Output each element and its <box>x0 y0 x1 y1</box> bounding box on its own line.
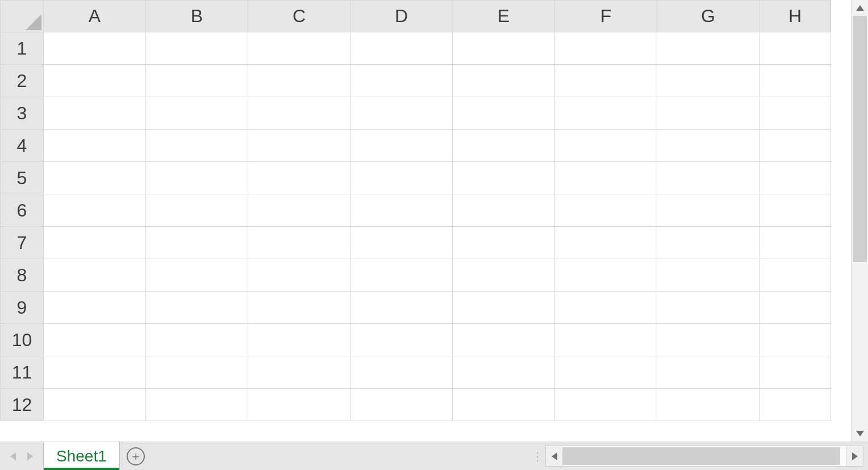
row-header-2[interactable]: 2 <box>1 65 44 97</box>
cell-E1[interactable] <box>453 32 555 65</box>
cell-G6[interactable] <box>657 194 760 227</box>
cell-D2[interactable] <box>350 65 453 97</box>
cell-H4[interactable] <box>760 130 831 162</box>
cell-G2[interactable] <box>657 65 760 97</box>
cell-C8[interactable] <box>248 259 350 292</box>
cell-C7[interactable] <box>248 227 350 259</box>
cell-F7[interactable] <box>555 227 657 259</box>
cell-E6[interactable] <box>453 194 555 227</box>
cell-A5[interactable] <box>44 162 146 194</box>
cell-C9[interactable] <box>248 292 350 324</box>
scroll-right-button[interactable] <box>846 446 863 466</box>
cell-B12[interactable] <box>146 389 248 421</box>
cell-H1[interactable] <box>760 32 831 65</box>
cell-D7[interactable] <box>350 227 453 259</box>
cell-C4[interactable] <box>248 130 350 162</box>
cell-F9[interactable] <box>555 292 657 324</box>
cell-E9[interactable] <box>453 292 555 324</box>
cell-G10[interactable] <box>657 324 760 356</box>
cell-A3[interactable] <box>44 97 146 130</box>
cell-A10[interactable] <box>44 324 146 356</box>
cell-G9[interactable] <box>657 292 760 324</box>
cell-E10[interactable] <box>453 324 555 356</box>
cell-H2[interactable] <box>760 65 831 97</box>
cell-E2[interactable] <box>453 65 555 97</box>
cell-D4[interactable] <box>350 130 453 162</box>
cell-B6[interactable] <box>146 194 248 227</box>
cell-C6[interactable] <box>248 194 350 227</box>
row-header-8[interactable]: 8 <box>1 259 44 292</box>
row-header-10[interactable]: 10 <box>1 324 44 356</box>
cell-B2[interactable] <box>146 65 248 97</box>
cell-C11[interactable] <box>248 356 350 389</box>
cell-B8[interactable] <box>146 259 248 292</box>
cell-A6[interactable] <box>44 194 146 227</box>
cell-E3[interactable] <box>453 97 555 130</box>
row-header-1[interactable]: 1 <box>1 32 44 65</box>
cell-E8[interactable] <box>453 259 555 292</box>
new-sheet-button[interactable]: ＋ <box>127 447 145 465</box>
row-header-3[interactable]: 3 <box>1 97 44 130</box>
cell-G7[interactable] <box>657 227 760 259</box>
cell-A12[interactable] <box>44 389 146 421</box>
cell-H12[interactable] <box>760 389 831 421</box>
cell-F6[interactable] <box>555 194 657 227</box>
cell-H5[interactable] <box>760 162 831 194</box>
sheet-tab-active[interactable]: Sheet1 <box>43 442 120 470</box>
cell-D8[interactable] <box>350 259 453 292</box>
cell-E11[interactable] <box>453 356 555 389</box>
column-header-G[interactable]: G <box>657 1 760 32</box>
cell-A7[interactable] <box>44 227 146 259</box>
tab-nav-prev[interactable] <box>6 449 20 464</box>
column-header-C[interactable]: C <box>248 1 350 32</box>
cell-G3[interactable] <box>657 97 760 130</box>
column-header-E[interactable]: E <box>453 1 555 32</box>
cell-H6[interactable] <box>760 194 831 227</box>
cell-H9[interactable] <box>760 292 831 324</box>
cell-A8[interactable] <box>44 259 146 292</box>
column-header-B[interactable]: B <box>146 1 248 32</box>
row-header-4[interactable]: 4 <box>1 130 44 162</box>
cell-H3[interactable] <box>760 97 831 130</box>
row-header-11[interactable]: 11 <box>1 356 44 389</box>
cell-B9[interactable] <box>146 292 248 324</box>
cell-C3[interactable] <box>248 97 350 130</box>
cell-C5[interactable] <box>248 162 350 194</box>
cell-G11[interactable] <box>657 356 760 389</box>
cell-A1[interactable] <box>44 32 146 65</box>
cell-D9[interactable] <box>350 292 453 324</box>
cell-B4[interactable] <box>146 130 248 162</box>
row-header-9[interactable]: 9 <box>1 292 44 324</box>
column-header-A[interactable]: A <box>44 1 146 32</box>
cell-C2[interactable] <box>248 65 350 97</box>
cell-H11[interactable] <box>760 356 831 389</box>
cell-G4[interactable] <box>657 130 760 162</box>
vertical-scrollbar[interactable] <box>851 0 868 442</box>
cell-D10[interactable] <box>350 324 453 356</box>
cell-A9[interactable] <box>44 292 146 324</box>
column-header-F[interactable]: F <box>555 1 657 32</box>
row-header-6[interactable]: 6 <box>1 194 44 227</box>
cell-A4[interactable] <box>44 130 146 162</box>
cell-D6[interactable] <box>350 194 453 227</box>
cell-F3[interactable] <box>555 97 657 130</box>
cell-G8[interactable] <box>657 259 760 292</box>
cell-F4[interactable] <box>555 130 657 162</box>
tab-nav-next[interactable] <box>23 449 37 464</box>
select-all-corner[interactable] <box>1 1 44 32</box>
cell-D3[interactable] <box>350 97 453 130</box>
cell-A2[interactable] <box>44 65 146 97</box>
cell-F8[interactable] <box>555 259 657 292</box>
cell-C1[interactable] <box>248 32 350 65</box>
cell-B3[interactable] <box>146 97 248 130</box>
cell-H7[interactable] <box>760 227 831 259</box>
cell-G12[interactable] <box>657 389 760 421</box>
cell-H10[interactable] <box>760 324 831 356</box>
vertical-scroll-track[interactable] <box>852 16 868 426</box>
row-header-7[interactable]: 7 <box>1 227 44 259</box>
horizontal-scroll-thumb[interactable] <box>563 447 840 465</box>
tab-bar-drag-handle[interactable]: ⋮ <box>533 442 543 470</box>
column-header-D[interactable]: D <box>350 1 453 32</box>
cell-H8[interactable] <box>760 259 831 292</box>
cell-D11[interactable] <box>350 356 453 389</box>
